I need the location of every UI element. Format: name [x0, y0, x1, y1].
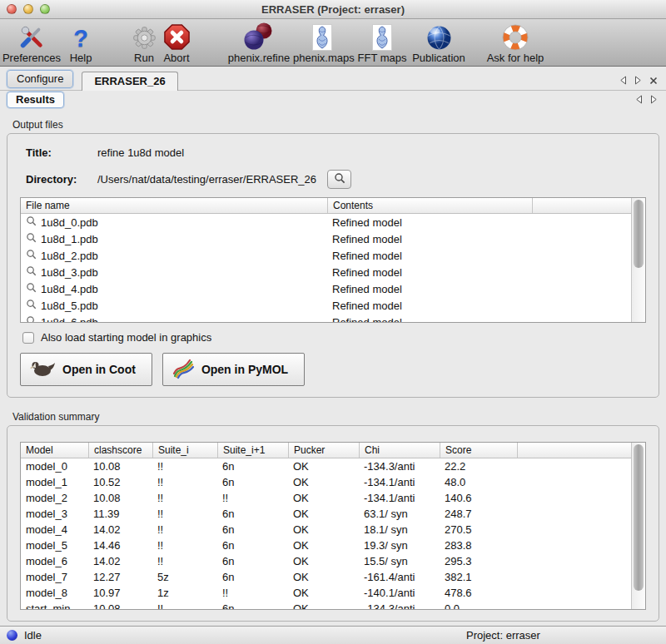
file-contents: Refined model [327, 216, 532, 229]
subtab-scroll-right-icon[interactable] [650, 92, 658, 107]
validation-row[interactable]: model_6 14.02 !! 6n OK 15.5/ syn 295.3 [21, 553, 631, 569]
cell-score: 295.3 [440, 555, 517, 567]
globe-icon [410, 22, 467, 51]
publication-button[interactable]: Publication [410, 22, 467, 64]
subtab-scroll-left-icon[interactable] [635, 92, 643, 107]
cell-clashscore: 14.46 [88, 539, 152, 552]
file-row[interactable]: 1u8d_5.pdb Refined model [21, 297, 631, 314]
coot-bird-icon [30, 359, 55, 380]
tab-scroll-right-icon[interactable] [634, 73, 642, 88]
column-header-clashscore: clashscore [88, 443, 152, 458]
tab-erraser-26[interactable]: ERRASER_26 [82, 72, 177, 91]
file-name: 1u8d_3.pdb [41, 266, 98, 279]
minimize-window-button[interactable] [23, 4, 33, 14]
also-load-starting-model-checkbox[interactable] [22, 332, 34, 344]
fft-maps-button[interactable]: FFT maps [355, 22, 409, 64]
open-in-coot-button[interactable]: Open in Coot [20, 353, 152, 386]
cell-clashscore: 10.97 [88, 587, 152, 599]
files-table-scrollbar[interactable] [631, 198, 645, 322]
output-files-groupbox: Title: refine 1u8d model Directory: /Use… [7, 133, 659, 398]
validation-row[interactable]: model_7 12.27 5z 6n OK -161.4/anti 382.1 [21, 569, 631, 585]
validation-row[interactable]: model_3 11.39 !! 6n OK 63.1/ syn 248.7 [21, 506, 631, 522]
density-map-icon [355, 22, 409, 51]
column-header-contents: Contents [327, 198, 532, 213]
cell-suite-i1: 6n [217, 508, 288, 520]
cell-model: model_1 [21, 476, 88, 488]
help-question-icon: ? [63, 22, 98, 51]
cell-clashscore: 10.52 [88, 476, 152, 488]
file-name: 1u8d_6.pdb [41, 316, 98, 323]
cell-model: model_6 [21, 555, 88, 567]
tab-close-icon[interactable] [649, 73, 658, 88]
button-label: Open in Coot [62, 363, 136, 376]
cell-suite-i: !! [152, 476, 217, 488]
validation-table-scrollbar[interactable] [631, 443, 645, 609]
cell-suite-i: 1z [152, 587, 217, 599]
phenix-maps-button[interactable]: phenix.maps [293, 22, 351, 64]
validation-section-label: Validation summary [12, 411, 659, 423]
cell-suite-i: !! [152, 555, 217, 567]
help-button[interactable]: ? Help [63, 22, 98, 64]
cell-chi: 15.5/ syn [359, 555, 440, 567]
preferences-button[interactable]: Preferences [0, 22, 63, 64]
cell-pucker: OK [288, 508, 359, 520]
abort-button[interactable]: Abort [155, 22, 198, 64]
phenix-refine-button[interactable]: phenix.refine [223, 22, 295, 64]
file-row[interactable]: 1u8d_2.pdb Refined model [21, 247, 631, 264]
validation-row[interactable]: model_5 14.46 !! 6n OK 19.3/ syn 283.8 [21, 537, 631, 553]
cell-model: model_7 [21, 571, 88, 583]
tab-scroll-left-icon[interactable] [619, 73, 627, 88]
validation-row[interactable]: start_min 10.08 !! 6n OK -134.3/anti 0.0 [21, 601, 631, 609]
browse-directory-button[interactable] [327, 170, 351, 189]
file-row[interactable]: 1u8d_3.pdb Refined model [21, 264, 631, 280]
file-row[interactable]: 1u8d_1.pdb Refined model [21, 230, 631, 247]
validation-row[interactable]: model_0 10.08 !! 6n OK -134.3/anti 22.2 [21, 458, 631, 474]
cell-clashscore: 10.08 [88, 492, 152, 504]
tool-label: phenix.refine [223, 52, 295, 64]
ask-for-help-button[interactable]: Ask for help [483, 22, 548, 64]
traffic-lights [7, 4, 50, 14]
file-row[interactable]: 1u8d_0.pdb Refined model [21, 214, 631, 230]
file-row[interactable]: 1u8d_6.pdb Refined model [21, 314, 631, 322]
open-in-pymol-button[interactable]: Open in PyMOL [162, 353, 305, 386]
life-ring-icon [483, 22, 548, 51]
cell-pucker: OK [288, 523, 359, 536]
abort-stop-icon [155, 22, 198, 51]
cell-clashscore: 11.39 [88, 508, 152, 520]
tab-configure[interactable]: Configure [7, 70, 73, 88]
validation-row[interactable]: model_8 10.97 1z !! OK -140.1/anti 478.6 [21, 585, 631, 601]
validation-row[interactable]: model_2 10.08 !! !! OK -134.1/anti 140.6 [21, 490, 631, 506]
validation-row[interactable]: model_1 10.52 !! 6n OK -134.1/anti 48.0 [21, 474, 631, 490]
cell-score: 22.2 [440, 460, 517, 473]
magnifier-icon [26, 249, 37, 262]
zoom-window-button[interactable] [40, 4, 50, 14]
cell-suite-i: 5z [152, 571, 217, 583]
file-contents: Refined model [327, 316, 532, 323]
validation-row[interactable]: model_4 14.02 !! 6n OK 18.1/ syn 270.5 [21, 522, 631, 537]
file-row[interactable]: 1u8d_4.pdb Refined model [21, 280, 631, 297]
column-header-pucker: Pucker [288, 443, 359, 458]
output-files-table: File name Contents [20, 197, 646, 323]
status-bar: Idle Project: erraser [0, 626, 666, 644]
cell-score: 283.8 [440, 539, 517, 552]
cell-pucker: OK [288, 476, 359, 488]
cell-suite-i1: 6n [217, 460, 288, 473]
titlebar: ERRASER (Project: erraser) [0, 0, 666, 19]
directory-value: /Users/nat/data/testing/erraser/ERRASER_… [97, 173, 316, 186]
cell-chi: 18.1/ syn [359, 523, 440, 536]
file-contents: Refined model [327, 283, 532, 295]
magnifier-icon [26, 315, 37, 322]
magnifier-icon [334, 172, 345, 186]
density-map-icon [293, 22, 351, 51]
cell-chi: -140.1/anti [359, 587, 440, 599]
cell-suite-i1: 6n [217, 571, 288, 583]
cell-suite-i1: 6n [217, 602, 288, 609]
file-contents: Refined model [327, 266, 532, 279]
tool-label: Ask for help [483, 52, 548, 64]
close-window-button[interactable] [7, 4, 17, 14]
cell-pucker: OK [288, 460, 359, 473]
button-label: Open in PyMOL [201, 363, 288, 376]
tab-results[interactable]: Results [7, 92, 64, 108]
cell-chi: -134.1/anti [359, 492, 440, 504]
cell-score: 48.0 [440, 476, 517, 488]
